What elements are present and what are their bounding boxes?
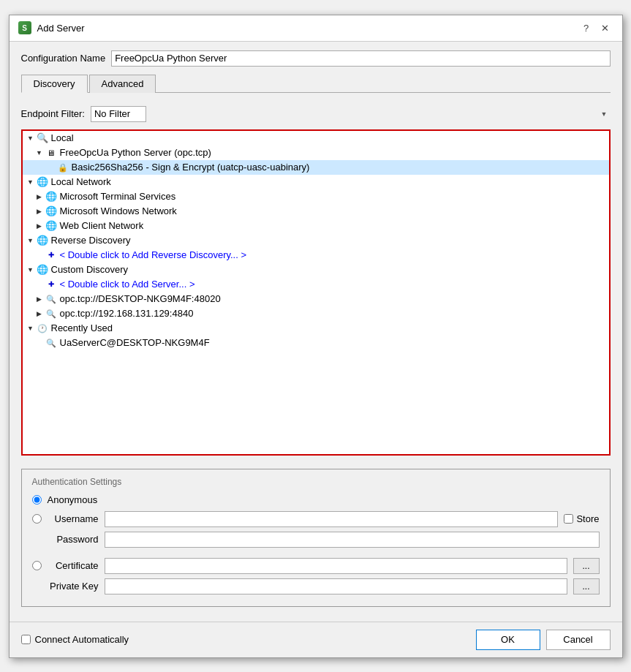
tree-item-recentlyused[interactable]: ▼ 🕐 Recently Used bbox=[23, 321, 609, 336]
expander-opctcp1: ▶ bbox=[34, 294, 45, 304]
auth-cert-fields: Certificate ... Private Key ... bbox=[48, 558, 600, 599]
label-addserver[interactable]: < Double click to Add Server... > bbox=[60, 277, 195, 292]
endpoint-filter-wrapper: No Filter bbox=[91, 106, 611, 122]
label-opctcp1: opc.tcp://DESKTOP-NKG9M4F:48020 bbox=[60, 292, 221, 306]
label-local: Local bbox=[51, 131, 74, 146]
endpoint-filter-select[interactable]: No Filter bbox=[91, 106, 146, 122]
tab-discovery[interactable]: Discovery bbox=[21, 75, 88, 93]
tab-bar: Discovery Advanced bbox=[21, 74, 611, 93]
config-name-input[interactable] bbox=[111, 50, 610, 67]
dialog-body: Configuration Name Discovery Advanced En… bbox=[10, 42, 622, 616]
cancel-button[interactable]: Cancel bbox=[546, 630, 611, 650]
tree-item-opctcp1[interactable]: ▶ 🔍 opc.tcp://DESKTOP-NKG9M4F:48020 bbox=[23, 292, 609, 306]
icon-reversedisc: 🌐 bbox=[36, 234, 49, 247]
endpoint-filter-row: Endpoint Filter: No Filter bbox=[21, 106, 611, 122]
expander-addreverse bbox=[34, 250, 45, 260]
label-uaserver: UaServerC@DESKTOP-NKG9M4F bbox=[60, 336, 210, 350]
icon-msterminal: 🌐 bbox=[45, 190, 58, 203]
ok-button[interactable]: OK bbox=[476, 630, 540, 650]
label-basic256: Basic256Sha256 - Sign & Encrypt (uatcp-u… bbox=[72, 160, 310, 175]
privatekey-browse-btn[interactable]: ... bbox=[573, 578, 600, 594]
tree-item-customdisc[interactable]: ▼ 🌐 Custom Discovery bbox=[23, 263, 609, 277]
connect-auto-label: Connect Automatically bbox=[35, 634, 129, 645]
label-reversedisc: Reverse Discovery bbox=[51, 233, 131, 248]
auth-anonymous-radio[interactable] bbox=[32, 495, 42, 505]
password-label: Password bbox=[48, 534, 99, 545]
dialog-title: Add Server bbox=[37, 23, 85, 34]
tree-item-msterminal[interactable]: ▶ 🌐 Microsoft Terminal Services bbox=[23, 189, 609, 204]
expander-mswindows: ▶ bbox=[34, 206, 45, 216]
add-server-dialog: S Add Server ? ✕ Configuration Name Disc… bbox=[9, 15, 623, 658]
tree-item-localnet[interactable]: ▼ 🌐 Local Network bbox=[23, 175, 609, 189]
label-localnet: Local Network bbox=[51, 175, 111, 189]
icon-recentlyused: 🕐 bbox=[36, 322, 49, 335]
tree-item-reversedisc[interactable]: ▼ 🌐 Reverse Discovery bbox=[23, 233, 609, 248]
connect-auto-row: Connect Automatically bbox=[21, 634, 129, 645]
help-button[interactable]: ? bbox=[578, 20, 594, 36]
endpoint-filter-label: Endpoint Filter: bbox=[21, 108, 85, 119]
store-label: Store bbox=[576, 513, 599, 524]
expander-reversedisc: ▼ bbox=[26, 235, 36, 246]
expander-opctcp2: ▶ bbox=[34, 309, 45, 319]
expander-addserver bbox=[34, 279, 45, 290]
certificate-browse-btn[interactable]: ... bbox=[573, 558, 600, 574]
label-mswindows: Microsoft Windows Network bbox=[60, 204, 177, 219]
icon-webclient: 🌐 bbox=[45, 219, 58, 233]
privatekey-input[interactable] bbox=[105, 578, 567, 594]
title-bar: S Add Server ? ✕ bbox=[10, 15, 622, 42]
expander-recentlyused: ▼ bbox=[26, 323, 36, 333]
auth-userpass-group: Username Store Password bbox=[32, 511, 600, 552]
tree-item-freeopcua[interactable]: ▼ 🖥 FreeOpcUa Python Server (opc.tcp) bbox=[23, 146, 609, 160]
auth-anonymous-row: Anonymous bbox=[32, 494, 600, 505]
icon-freeopcua: 🖥 bbox=[45, 146, 58, 159]
auth-userpass-radio-row: Username Store Password bbox=[32, 511, 600, 552]
tab-advanced[interactable]: Advanced bbox=[89, 75, 156, 93]
icon-addreverse: ✚ bbox=[45, 249, 58, 262]
store-row: Store bbox=[564, 513, 599, 524]
server-tree[interactable]: ▼ 🔍 Local ▼ 🖥 FreeOpcUa Python Server (o… bbox=[21, 129, 611, 456]
icon-local: 🔍 bbox=[36, 132, 49, 145]
auth-userpass-radio[interactable] bbox=[32, 514, 42, 524]
username-row: Username Store bbox=[48, 511, 600, 527]
password-input[interactable] bbox=[105, 532, 600, 548]
label-opctcp2: opc.tcp://192.168.131.129:4840 bbox=[60, 306, 194, 321]
tree-item-addreverse[interactable]: ✚ < Double click to Add Reverse Discover… bbox=[23, 248, 609, 263]
icon-uaserver: 🔍 bbox=[45, 336, 58, 350]
icon-mswindows: 🌐 bbox=[45, 205, 58, 218]
config-name-row: Configuration Name bbox=[21, 50, 611, 67]
icon-opctcp2: 🔍 bbox=[45, 307, 58, 320]
icon-opctcp1: 🔍 bbox=[45, 292, 58, 306]
label-freeopcua: FreeOpcUa Python Server (opc.tcp) bbox=[60, 146, 211, 160]
icon-addserver: ✚ bbox=[45, 278, 58, 291]
tree-item-uaserver[interactable]: 🔍 UaServerC@DESKTOP-NKG9M4F bbox=[23, 336, 609, 350]
expander-customdisc: ▼ bbox=[26, 265, 36, 275]
certificate-input[interactable] bbox=[105, 558, 567, 574]
tree-item-local[interactable]: ▼ 🔍 Local bbox=[23, 131, 609, 146]
label-addreverse[interactable]: < Double click to Add Reverse Discovery.… bbox=[60, 248, 247, 263]
tree-item-basic256[interactable]: 🔒 Basic256Sha256 - Sign & Encrypt (uatcp… bbox=[23, 160, 609, 175]
store-checkbox[interactable] bbox=[564, 514, 573, 524]
auth-anonymous-label: Anonymous bbox=[48, 494, 98, 505]
tree-item-opctcp2[interactable]: ▶ 🔍 opc.tcp://192.168.131.129:4840 bbox=[23, 306, 609, 321]
username-label: Username bbox=[48, 513, 99, 524]
label-msterminal: Microsoft Terminal Services bbox=[60, 189, 176, 204]
expander-basic256 bbox=[46, 162, 56, 173]
tree-item-webclient[interactable]: ▶ 🌐 Web Client Network bbox=[23, 219, 609, 233]
certificate-label: Certificate bbox=[48, 560, 99, 571]
auth-section-title: Authentication Settings bbox=[32, 477, 600, 487]
privatekey-label: Private Key bbox=[48, 581, 99, 592]
auth-cert-group: Certificate ... Private Key ... bbox=[32, 558, 600, 599]
auth-cert-radio[interactable] bbox=[32, 561, 42, 570]
icon-customdisc: 🌐 bbox=[36, 263, 49, 276]
expander-local: ▼ bbox=[26, 133, 36, 143]
title-bar-left: S Add Server bbox=[18, 21, 85, 34]
connect-auto-checkbox[interactable] bbox=[21, 635, 31, 644]
expander-uaserver bbox=[34, 338, 45, 348]
tree-item-addserver[interactable]: ✚ < Double click to Add Server... > bbox=[23, 277, 609, 292]
username-input[interactable] bbox=[105, 511, 559, 527]
tree-item-mswindows[interactable]: ▶ 🌐 Microsoft Windows Network bbox=[23, 204, 609, 219]
dialog-footer: Connect Automatically OK Cancel bbox=[10, 622, 622, 657]
auth-section: Authentication Settings Anonymous Userna… bbox=[21, 469, 611, 607]
close-button[interactable]: ✕ bbox=[597, 20, 613, 36]
app-icon: S bbox=[18, 21, 31, 34]
